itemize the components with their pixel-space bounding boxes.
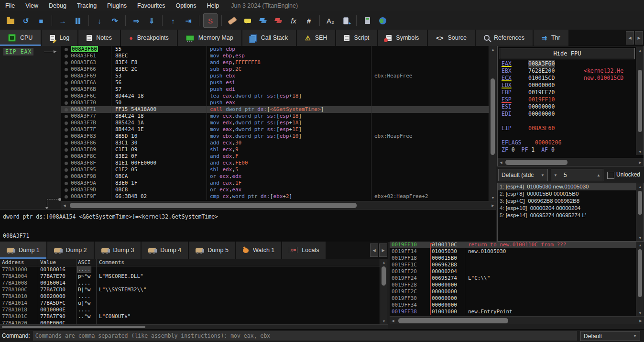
disasm-row[interactable]: 008A3F8F81E1 00FE0000and ecx,FE00 [61,160,489,166]
function-icon[interactable]: fx [287,14,300,27]
scroll-left-icon[interactable]: ◀ [498,158,504,166]
breakpoint-dot-icon[interactable] [61,153,71,160]
tab-notes[interactable]: Notes [78,30,121,46]
breakpoint-dot-icon[interactable] [61,146,71,153]
breakpoint-dot-icon[interactable] [61,66,71,73]
tab-memory-map[interactable]: Memory Map [178,30,242,46]
disasm-row[interactable]: 008A3F838B5D 10mov ebx,dword ptr ss:[ebp… [61,133,489,140]
dump-row[interactable]: 77BA10180010000E.... [0,307,380,313]
disasm-row[interactable]: 008A3F6A56push esi [61,79,489,86]
registers-hscroll-thumb[interactable] [505,160,568,165]
scroll-down-icon[interactable]: ▼ [636,309,644,316]
dump-row[interactable]: 77BA101477BA5DFCü]°w [0,300,380,307]
argument-row[interactable]: 2: [esp+8] 000015B0 000015B0 [498,190,644,198]
disasm-row[interactable]: 008A3F7050push eax [61,99,489,106]
disasm-hscrollbar[interactable]: ◀ ▶ [61,201,496,209]
disasm-row[interactable]: 008A3F6683EC 2Csub esp,2C [61,66,489,73]
arguments-vscrollbar[interactable]: ▲ ▼ [636,183,644,241]
dump-row[interactable]: 77BA100000180016.... [0,266,380,273]
patches-icon[interactable] [272,14,285,27]
restart-icon[interactable]: ↺ [19,14,33,27]
tab-scroll-left-icon[interactable]: ◀ [626,31,634,44]
labels-icon[interactable] [256,14,270,27]
disasm-row[interactable]: 008A3F778B4C24 18mov ecx,dword ptr ss:[e… [61,113,489,120]
register-row[interactable]: ESI00000000 [502,103,634,110]
breakpoint-dot-icon[interactable] [61,73,71,79]
disasm-row[interactable]: 008A3F89C1E1 09shl ecx,9 [61,146,489,153]
tab-scroll-left-icon[interactable]: ◀ [370,243,378,257]
disasm-row[interactable]: 008A3F6953push ebxebx:HeapFree [61,73,489,79]
tab-source[interactable]: <>Source [428,30,476,46]
stack-hscroll-thumb[interactable] [398,318,508,323]
stack-row[interactable]: 0019FF100100110Creturn to new.0100110C f… [390,242,636,248]
breakpoint-dot-icon[interactable] [61,173,71,180]
disasm-hscroll-thumb[interactable] [70,203,357,208]
tab-watch-1[interactable]: Watch 1 [236,242,282,259]
tab-references[interactable]: References [476,30,534,46]
stack-row[interactable]: 0019FF1C006962B8 [390,262,636,268]
disasm-row[interactable]: 008A3F9D0BC8or ecx,eax [61,187,489,193]
menu-item-view[interactable]: View [20,2,44,9]
stack-row[interactable]: 0019FF3000000000 [390,295,636,302]
stack-row[interactable]: 0019FF2C00000000 [390,288,636,295]
disasm-row[interactable]: 008A3F7B8B5424 1Amov edx,dword ptr ss:[e… [61,120,489,126]
stack-row[interactable]: 0019FF1401005030new.01005030 [390,248,636,255]
menu-item-file[interactable]: File [0,2,20,9]
disasm-row[interactable]: 008A3F618BECmov ebp,esp [61,53,489,59]
register-row[interactable]: EDX00000000 [502,82,634,89]
dump-row[interactable]: 77BA101C77BA7F90..°wL"CONOUT$" [0,313,380,320]
breakpoint-dot-icon[interactable] [61,166,71,173]
dump-row[interactable]: 77BA1020000F000C [0,320,380,324]
stack-row[interactable]: 0019FF2800000000 [390,282,636,288]
breakpoint-dot-icon[interactable] [61,53,71,59]
disasm-row[interactable]: 008A3F8683C1 30add ecx,30 [61,140,489,146]
terminate-icon[interactable]: ■ [34,14,48,27]
breakpoint-dot-icon[interactable] [61,106,71,113]
stack-row[interactable]: 0019FF3801001000new.EntryPoint [390,309,636,315]
register-row[interactable]: EDI00000000 [502,110,634,118]
assembler-icon[interactable]: A₂ [324,14,337,27]
tab-scroll-right-icon[interactable]: ▶ [379,243,387,257]
calculator-icon[interactable] [360,14,374,27]
scroll-left-icon[interactable]: ◀ [61,201,68,210]
disasm-row[interactable]: 008A3F9A83E0 1Fand eax,1F [61,180,489,187]
breakpoint-dot-icon[interactable] [61,193,71,200]
argument-row[interactable]: 1: [esp+4] 01005030 new.01005030 [498,183,644,190]
tab-log[interactable]: Log [42,30,78,46]
tab-thr[interactable]: ⇉Thr [534,30,569,46]
menu-item-options[interactable]: Options [170,2,201,9]
arguments-vscroll-thumb[interactable] [638,191,642,215]
modules-icon[interactable] [339,14,352,27]
open-file-icon[interactable] [4,14,17,27]
stack-row[interactable]: 0019FF2000000204 [390,268,636,275]
breakpoint-dot-icon[interactable] [61,99,71,106]
unlocked-checkbox[interactable] [607,172,614,179]
internet-icon[interactable] [376,14,389,27]
disasm-row[interactable]: 008A3F71FF15 54A18A00call dword ptr ds:[… [61,106,489,113]
scroll-down-icon[interactable]: ▼ [636,148,644,155]
breakpoint-dot-icon[interactable] [61,120,71,126]
stack-row[interactable]: 0019FF18000015B0 [390,255,636,262]
tab-seh[interactable]: ⚠SEH [297,30,336,46]
register-row[interactable]: EAX008A3F60 [502,60,634,67]
disasm-row[interactable]: 008A3F6C8D4424 18lea eax,dword ptr ss:[e… [61,93,489,99]
scroll-up-icon[interactable]: ▲ [636,183,644,190]
spinner-down-icon[interactable]: ▼ [551,173,560,177]
stack-row[interactable]: 0019FF3400000000 [390,302,636,309]
hash-icon[interactable]: # [302,14,316,27]
register-row[interactable]: EFLAGS00000206 [502,139,634,146]
register-row[interactable]: EBX7628E200<kernel32.He [502,67,634,75]
breakpoint-dot-icon[interactable] [61,113,71,120]
tab-dump-5[interactable]: Dump 5 [189,242,236,259]
dump-vscroll-thumb[interactable] [382,266,386,286]
scroll-right-icon[interactable]: ▶ [490,201,496,210]
disasm-row[interactable]: 008A3F6055push ebp [61,46,489,53]
breakpoint-dot-icon[interactable] [61,180,71,187]
scroll-up-icon[interactable]: ▲ [380,259,388,265]
dump-row[interactable]: 77BA101000020000.... [0,293,380,300]
menu-item-tracing[interactable]: Tracing [72,2,102,9]
dump-row[interactable]: 77BA100477BA7E70p~°wL"MSCOREE.DLL" [0,273,380,280]
scroll-up-icon[interactable]: ▲ [636,47,644,54]
flags-row[interactable]: ZF 0 PF 1 AF 0 [502,146,634,154]
breakpoint-dot-icon[interactable] [61,133,71,140]
